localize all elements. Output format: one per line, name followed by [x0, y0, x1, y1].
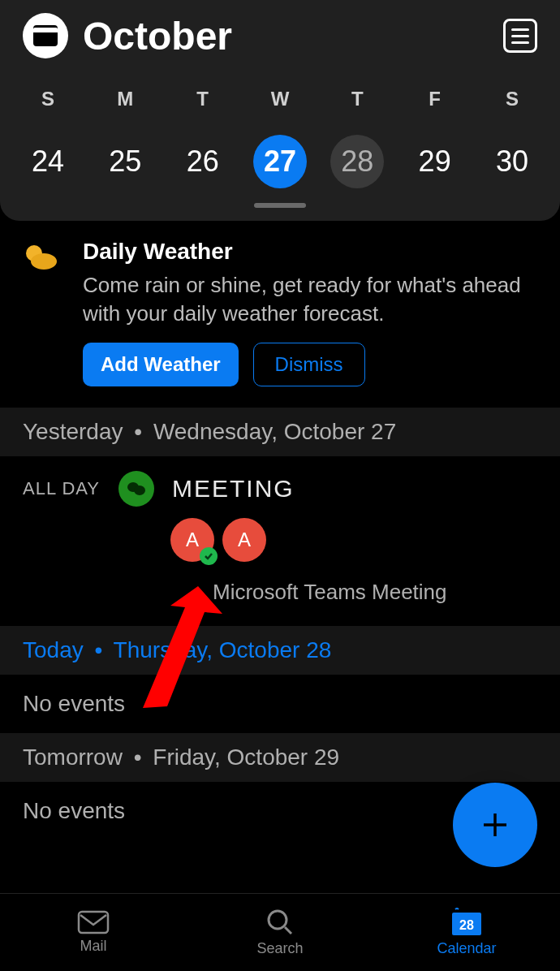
section-date: Friday, October 29: [153, 744, 339, 770]
profile-avatar[interactable]: [23, 13, 68, 58]
chat-badge-icon: [118, 471, 154, 507]
calendar-icon: 28: [450, 908, 483, 937]
new-event-button[interactable]: [453, 783, 537, 867]
svg-point-7: [269, 911, 286, 929]
no-events-today: No events: [0, 675, 560, 733]
event-title: MEETING: [172, 475, 295, 503]
calendar-glyph-icon: [33, 25, 58, 46]
agenda-view-button[interactable]: [503, 19, 537, 53]
svg-point-3: [134, 486, 145, 495]
section-label: Tomorrow: [23, 744, 123, 770]
date-cell[interactable]: 24: [15, 135, 81, 188]
section-header-yesterday: Yesterday • Wednesday, October 27: [0, 408, 560, 456]
section-date: Wednesday, October 27: [153, 419, 396, 444]
section-header-tomorrow: Tomorrow • Friday, October 29: [0, 733, 560, 782]
add-weather-button[interactable]: Add Weather: [83, 343, 239, 386]
nav-search-label: Search: [256, 940, 303, 957]
plus-icon: [479, 809, 511, 841]
all-day-label: ALL DAY: [23, 478, 118, 499]
svg-point-1: [31, 253, 57, 270]
date-row: 24252627282930: [0, 135, 560, 188]
date-cell[interactable]: 28: [324, 135, 390, 188]
svg-line-8: [285, 927, 291, 934]
section-header-today: Today • Thursday, October 28: [0, 626, 560, 675]
daily-weather-card: Daily Weather Come rain or shine, get re…: [0, 221, 560, 408]
event-subtitle: Microsoft Teams Meeting: [213, 580, 537, 605]
svg-text:28: 28: [459, 918, 474, 932]
svg-rect-6: [79, 912, 108, 933]
attendee-avatar: A: [222, 518, 266, 562]
attendee-avatars: AA: [170, 518, 537, 562]
event-item[interactable]: ALL DAY MEETING AA Microsoft Teams Meeti…: [0, 456, 560, 626]
weekday-row: SMTWTFS: [0, 88, 560, 110]
weekday-label: S: [15, 88, 81, 110]
weekday-label: W: [247, 88, 313, 110]
mail-icon: [77, 910, 110, 934]
weekday-label: M: [92, 88, 158, 110]
nav-mail-label: Mail: [80, 938, 106, 955]
attendee-avatar: A: [170, 518, 214, 562]
weekday-label: T: [324, 88, 390, 110]
weekday-label: S: [479, 88, 545, 110]
section-label: Yesterday: [23, 419, 123, 444]
date-cell[interactable]: 30: [479, 135, 545, 188]
drag-handle[interactable]: [254, 203, 306, 208]
section-label: Today: [23, 637, 84, 662]
weekday-label: T: [170, 88, 236, 110]
nav-calendar[interactable]: 28 Calendar: [373, 894, 560, 971]
weekday-label: F: [402, 88, 468, 110]
section-date: Thursday, October 28: [114, 637, 332, 662]
month-title[interactable]: October: [83, 14, 503, 58]
nav-search[interactable]: Search: [187, 894, 373, 971]
nav-mail[interactable]: Mail: [0, 894, 187, 971]
weather-description: Come rain or shine, get ready for what's…: [83, 271, 537, 328]
nav-calendar-label: Calendar: [437, 940, 496, 957]
dismiss-weather-button[interactable]: Dismiss: [253, 343, 365, 386]
date-cell[interactable]: 29: [402, 135, 468, 188]
calendar-header-panel: October SMTWTFS 24252627282930: [0, 0, 560, 221]
bottom-navigation: Mail Search 28 Calendar: [0, 893, 560, 971]
date-cell[interactable]: 25: [92, 135, 158, 188]
accepted-check-icon: [200, 547, 218, 565]
weather-sun-cloud-icon: [23, 239, 68, 386]
date-cell[interactable]: 27: [247, 135, 313, 188]
date-cell[interactable]: 26: [170, 135, 236, 188]
weather-title: Daily Weather: [83, 239, 537, 265]
search-icon: [265, 908, 295, 937]
